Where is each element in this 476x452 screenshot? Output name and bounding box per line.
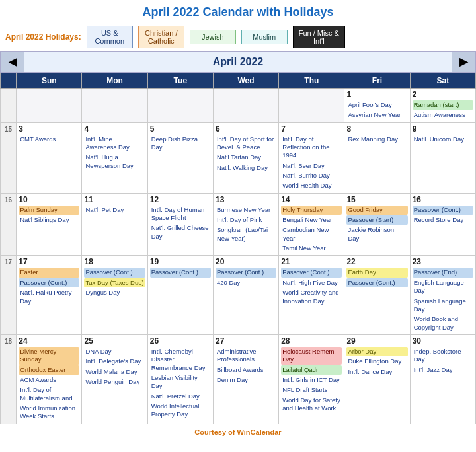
calendar-event[interactable]: Int'l. Day of Sport for Devel. & Peace bbox=[216, 135, 276, 153]
calendar-event[interactable]: Arbor Day bbox=[346, 347, 407, 356]
table-row[interactable]: 28Holocaust Remem. DayLailatul QadrInt'l… bbox=[279, 334, 344, 424]
calendar-event[interactable]: Duke Ellington Day bbox=[346, 357, 407, 366]
calendar-event[interactable]: Indep. Bookstore Day bbox=[413, 347, 473, 365]
calendar-event[interactable]: Lesbian Visibility Day bbox=[150, 373, 211, 391]
table-row[interactable]: 7Int'l. Day of Reflection on the 1994...… bbox=[279, 122, 344, 193]
table-row[interactable]: 23Passover (End)English Language DaySpan… bbox=[410, 256, 475, 334]
calendar-event[interactable]: World Penguin Day bbox=[84, 377, 145, 387]
calendar-event[interactable]: Int'l. Girls in ICT Day bbox=[281, 375, 342, 385]
holiday-btn-muslim[interactable]: Muslim bbox=[241, 30, 288, 44]
table-row[interactable]: 3CMT Awards bbox=[17, 122, 82, 193]
table-row[interactable] bbox=[147, 89, 213, 123]
calendar-event[interactable]: Bengali New Year bbox=[281, 215, 342, 225]
calendar-event[interactable]: Passover (Cont.) bbox=[19, 278, 79, 287]
calendar-event[interactable]: Record Store Day bbox=[413, 215, 473, 225]
calendar-event[interactable]: Nat'l. Haiku Poetry Day bbox=[19, 288, 79, 306]
table-row[interactable]: 15Good FridayPassover (Start)Jackie Robi… bbox=[344, 193, 410, 256]
calendar-event[interactable]: Tax Day (Taxes Due) bbox=[84, 278, 145, 287]
calendar-event[interactable]: Earth Day bbox=[346, 268, 407, 277]
table-row[interactable]: 4Int'l. Mine Awareness DayNat'l. Hug a N… bbox=[82, 122, 147, 193]
calendar-event[interactable]: Nat'l Tartan Day bbox=[216, 153, 276, 162]
prev-month-button[interactable]: ◀ bbox=[1, 52, 24, 72]
calendar-event[interactable]: Passover (Start) bbox=[346, 215, 407, 225]
table-row[interactable]: 25DNA DayInt'l. Delegate's DayWorld Mala… bbox=[82, 334, 147, 424]
calendar-event[interactable]: Rex Manning Day bbox=[346, 135, 407, 144]
holiday-btn-christian[interactable]: Christian /Catholic bbox=[138, 26, 184, 48]
table-row[interactable]: 11Nat'l. Pet Day bbox=[82, 193, 147, 256]
table-row[interactable]: 19Passover (Cont.) bbox=[147, 256, 213, 334]
table-row[interactable]: 26Int'l. Chernobyl Disaster Remembrance … bbox=[147, 334, 213, 424]
calendar-event[interactable]: DNA Day bbox=[84, 347, 145, 356]
calendar-event[interactable]: World Intellectual Property Day bbox=[150, 402, 211, 420]
table-row[interactable]: 13Burmese New YearInt'l. Day of PinkSong… bbox=[213, 193, 278, 256]
table-row[interactable] bbox=[213, 89, 278, 123]
calendar-event[interactable]: Int'l. Day of Reflection on the 1994... bbox=[281, 135, 342, 161]
calendar-event[interactable]: Int'l. Mine Awareness Day bbox=[84, 135, 145, 153]
table-row[interactable] bbox=[17, 89, 82, 123]
calendar-event[interactable]: Passover (Cont.) bbox=[413, 206, 473, 215]
calendar-event[interactable]: Int'l. Day of Human Space Flight bbox=[150, 206, 211, 223]
calendar-event[interactable]: English Language Day bbox=[413, 278, 473, 296]
table-row[interactable]: 2Ramadan (start)Autism Awareness bbox=[410, 89, 475, 123]
calendar-event[interactable]: Holy Thursday bbox=[281, 206, 342, 215]
calendar-event[interactable]: Administrative Professionals bbox=[216, 347, 276, 365]
calendar-event[interactable]: Nat'l. High Five Day bbox=[281, 278, 342, 287]
holiday-btn-jewish[interactable]: Jewish bbox=[190, 30, 236, 44]
calendar-event[interactable]: Nat'l Siblings Day bbox=[19, 215, 79, 225]
calendar-event[interactable]: Autism Awareness bbox=[413, 110, 473, 120]
table-row[interactable]: 17EasterPassover (Cont.)Nat'l. Haiku Poe… bbox=[17, 256, 82, 334]
calendar-event[interactable]: Good Friday bbox=[346, 206, 407, 215]
calendar-event[interactable]: World Creativity and Innovation Day bbox=[281, 288, 342, 306]
calendar-event[interactable]: CMT Awards bbox=[19, 135, 79, 144]
calendar-event[interactable]: Palm Sunday bbox=[19, 206, 79, 215]
table-row[interactable]: 16Passover (Cont.)Record Store Day bbox=[410, 193, 475, 256]
calendar-event[interactable]: Tamil New Year bbox=[281, 244, 342, 253]
calendar-event[interactable]: Int'l. Chernobyl Disaster Remembrance Da… bbox=[150, 347, 211, 373]
table-row[interactable]: 5Deep Dish Pizza Day bbox=[147, 122, 213, 193]
calendar-event[interactable]: Nat'l. Beer Day bbox=[281, 161, 342, 170]
calendar-event[interactable]: Cambodian New Year bbox=[281, 225, 342, 243]
calendar-event[interactable]: Ramadan (start) bbox=[413, 100, 473, 110]
calendar-event[interactable]: Passover (Cont.) bbox=[84, 268, 145, 277]
calendar-event[interactable]: Passover (Cont.) bbox=[150, 268, 211, 277]
calendar-event[interactable]: World Book and Copyright Day bbox=[413, 315, 473, 332]
calendar-event[interactable]: World Day for Safety and Health at Work bbox=[281, 396, 342, 414]
table-row[interactable] bbox=[279, 89, 344, 123]
calendar-event[interactable]: Songkran (Lao/Tai New Year) bbox=[216, 225, 276, 243]
calendar-event[interactable]: Billboard Awards bbox=[216, 365, 276, 375]
calendar-event[interactable]: Passover (Cont.) bbox=[216, 268, 276, 277]
table-row[interactable]: 6Int'l. Day of Sport for Devel. & PeaceN… bbox=[213, 122, 278, 193]
calendar-event[interactable]: Spanish Language Day bbox=[413, 297, 473, 315]
table-row[interactable]: 10Palm SundayNat'l Siblings Day bbox=[17, 193, 82, 256]
calendar-event[interactable]: Nat'l. Unicorn Day bbox=[413, 135, 473, 144]
table-row[interactable]: 14Holy ThursdayBengali New YearCambodian… bbox=[279, 193, 344, 256]
calendar-event[interactable]: Passover (Cont.) bbox=[346, 278, 407, 287]
calendar-event[interactable]: NFL Draft Starts bbox=[281, 385, 342, 395]
calendar-event[interactable]: Int'l. Delegate's Day bbox=[84, 357, 145, 366]
calendar-event[interactable]: Nat'l. Walking Day bbox=[216, 163, 276, 172]
table-row[interactable]: 27Administrative ProfessionalsBillboard … bbox=[213, 334, 278, 424]
calendar-event[interactable]: Nat'l. Pet Day bbox=[84, 206, 145, 215]
calendar-event[interactable]: Int'l. Day of Multilateralism and... bbox=[19, 385, 79, 403]
calendar-event[interactable]: Passover (Cont.) bbox=[281, 268, 342, 277]
calendar-event[interactable]: Nat'l. Hug a Newsperson Day bbox=[84, 153, 145, 170]
calendar-event[interactable]: Int'l. Dance Day bbox=[346, 367, 407, 377]
calendar-event[interactable]: Assyrian New Year bbox=[346, 110, 407, 120]
calendar-event[interactable]: Burmese New Year bbox=[216, 206, 276, 215]
table-row[interactable]: 8Rex Manning Day bbox=[344, 122, 410, 193]
table-row[interactable] bbox=[82, 89, 147, 123]
holiday-btn-fun[interactable]: Fun / Misc &Int'l bbox=[293, 26, 345, 48]
calendar-event[interactable]: Int'l. Jazz Day bbox=[413, 365, 473, 375]
calendar-event[interactable]: Denim Day bbox=[216, 375, 276, 385]
table-row[interactable]: 1April Fool's DayAssyrian New Year bbox=[344, 89, 410, 123]
calendar-event[interactable]: Dyngus Day bbox=[84, 288, 145, 297]
calendar-event[interactable]: Int'l. Day of Pink bbox=[216, 215, 276, 225]
table-row[interactable]: 20Passover (Cont.)420 Day bbox=[213, 256, 278, 334]
calendar-event[interactable]: Passover (End) bbox=[413, 268, 473, 277]
table-row[interactable]: 24Divine Mercy SundayOrthodox EasterACM … bbox=[17, 334, 82, 424]
table-row[interactable]: 12Int'l. Day of Human Space FlightNat'l.… bbox=[147, 193, 213, 256]
calendar-event[interactable]: Divine Mercy Sunday bbox=[19, 347, 79, 365]
next-month-button[interactable]: ▶ bbox=[452, 52, 475, 72]
calendar-event[interactable]: April Fool's Day bbox=[346, 100, 407, 110]
calendar-event[interactable]: Lailatul Qadr bbox=[281, 365, 342, 375]
